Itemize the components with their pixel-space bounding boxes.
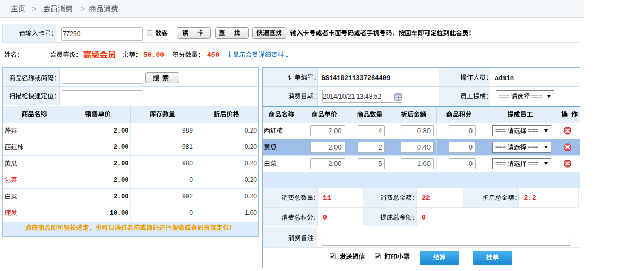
svg-text:22: 22 [422,194,430,202]
svg-text:1.00: 1.00 [245,209,257,216]
svg-text:11: 11 [323,194,331,202]
svg-text:980: 980 [182,160,193,167]
svg-text:2.00: 2.00 [114,160,129,168]
svg-text:10.00: 10.00 [109,209,128,217]
svg-text:0: 0 [323,214,327,222]
svg-text:0.20: 0.20 [245,143,257,151]
svg-text:>: > [81,5,85,13]
svg-text:2.00: 2.00 [114,144,129,151]
svg-text:GS1410211337284409: GS1410211337284409 [322,75,391,82]
svg-text:0: 0 [469,160,473,168]
svg-text:0.20: 0.20 [245,176,257,183]
svg-text:2.00: 2.00 [114,127,129,135]
svg-text:0.80: 0.80 [417,127,431,135]
svg-text:2.00: 2.00 [114,177,129,184]
svg-text:0: 0 [469,127,473,135]
svg-text:2.00: 2.00 [114,193,129,200]
svg-text:0.40: 0.40 [417,143,431,151]
svg-text:2: 2 [378,143,382,151]
svg-text:0.20: 0.20 [245,160,257,167]
svg-text:450: 450 [207,51,220,59]
svg-text:981: 981 [182,143,193,151]
svg-text:0: 0 [469,143,473,151]
svg-text:0: 0 [189,209,193,216]
svg-text:4: 4 [378,127,382,135]
svg-text:2014/10/21 13:48:52: 2014/10/21 13:48:52 [323,93,381,100]
svg-text:2.00: 2.00 [328,143,341,151]
svg-text:0: 0 [422,214,426,222]
svg-text:5: 5 [378,160,382,168]
svg-text:0.20: 0.20 [245,193,257,200]
svg-text:992: 992 [182,193,193,200]
svg-text:admin: admin [495,75,514,82]
svg-text:0: 0 [189,176,193,183]
svg-text:77250: 77250 [63,30,81,38]
svg-text:989: 989 [182,127,193,134]
svg-text:1.00: 1.00 [417,160,431,168]
svg-text:2.00: 2.00 [328,127,341,135]
svg-text:50.00: 50.00 [143,51,164,59]
svg-text:2.2: 2.2 [524,194,537,202]
svg-text:2.00: 2.00 [328,160,341,168]
svg-text:>: > [32,5,37,13]
svg-text:0.20: 0.20 [245,127,257,134]
